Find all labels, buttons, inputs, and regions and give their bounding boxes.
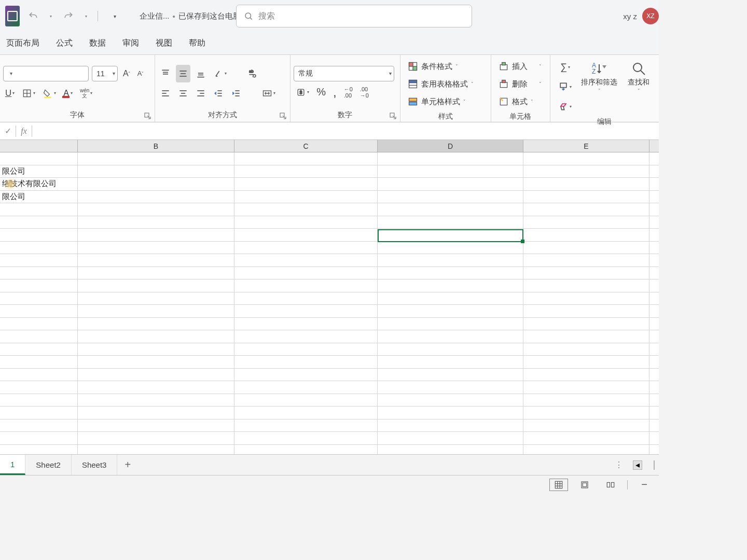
cell[interactable] xyxy=(78,445,234,455)
cell[interactable] xyxy=(0,330,78,343)
cell[interactable] xyxy=(378,394,523,407)
cell[interactable] xyxy=(78,318,234,330)
col-header-C[interactable]: C xyxy=(234,140,378,152)
find-select-button[interactable]: 查找和 ˅ xyxy=(625,58,653,95)
search-box[interactable]: 搜索 xyxy=(236,5,472,27)
tab-page-layout[interactable]: 页面布局 xyxy=(4,34,42,53)
add-sheet-button[interactable]: + xyxy=(117,455,138,475)
cell[interactable] xyxy=(523,178,649,190)
formula-confirm-button[interactable]: ✓ xyxy=(1,124,15,138)
cell[interactable] xyxy=(378,305,523,317)
underline-button[interactable]: U xyxy=(3,85,17,102)
tab-view[interactable]: 视图 xyxy=(154,34,174,53)
number-dialog-launcher[interactable] xyxy=(390,113,397,120)
cell[interactable] xyxy=(523,407,649,419)
cell[interactable] xyxy=(0,369,78,381)
cell[interactable] xyxy=(378,242,523,254)
cell[interactable] xyxy=(0,343,78,356)
cell[interactable] xyxy=(78,343,234,356)
wrap-text-button[interactable]: ab xyxy=(245,65,260,82)
cell[interactable] xyxy=(78,432,234,444)
cell[interactable] xyxy=(234,216,378,229)
cell[interactable] xyxy=(234,407,378,419)
cell[interactable] xyxy=(378,318,523,330)
redo-dropdown[interactable]: ▾ xyxy=(82,7,90,25)
cell[interactable] xyxy=(523,445,649,455)
sheet-tab-2[interactable]: Sheet2 xyxy=(25,455,72,475)
page-layout-view-button[interactable] xyxy=(575,479,594,491)
format-as-table-button[interactable]: 套用表格格式˅ xyxy=(404,76,488,92)
cell[interactable] xyxy=(78,279,234,292)
cell[interactable] xyxy=(523,203,649,216)
cell[interactable] xyxy=(234,305,378,317)
cell[interactable] xyxy=(78,369,234,381)
align-bottom-button[interactable] xyxy=(193,65,208,82)
cell[interactable] xyxy=(378,279,523,292)
redo-button[interactable] xyxy=(59,7,78,25)
cell[interactable] xyxy=(378,254,523,267)
cell[interactable] xyxy=(78,178,234,190)
cell[interactable] xyxy=(523,343,649,356)
cell[interactable] xyxy=(0,267,78,279)
merge-center-button[interactable] xyxy=(260,85,278,102)
decrease-indent-button[interactable] xyxy=(211,85,226,102)
cell[interactable] xyxy=(523,330,649,343)
cell[interactable] xyxy=(78,292,234,305)
increase-font-button[interactable]: Aˆ xyxy=(121,65,132,82)
percent-style-button[interactable]: % xyxy=(314,83,328,101)
cell[interactable] xyxy=(234,242,378,254)
cell[interactable] xyxy=(234,369,378,381)
cell[interactable] xyxy=(0,229,78,241)
cell[interactable] xyxy=(378,445,523,455)
cell[interactable] xyxy=(523,419,649,432)
cell[interactable] xyxy=(78,216,234,229)
cell[interactable] xyxy=(0,432,78,444)
phonetic-guide-button[interactable]: wén文 xyxy=(78,85,94,102)
normal-view-button[interactable] xyxy=(549,479,568,491)
cell[interactable] xyxy=(78,394,234,407)
tab-data[interactable]: 数据 xyxy=(87,34,108,53)
cell[interactable] xyxy=(0,152,78,165)
cell[interactable] xyxy=(523,165,649,178)
cell[interactable] xyxy=(234,356,378,368)
cell[interactable] xyxy=(523,191,649,203)
cell[interactable] xyxy=(78,203,234,216)
cell[interactable] xyxy=(234,267,378,279)
cell[interactable] xyxy=(78,330,234,343)
cell[interactable] xyxy=(523,254,649,267)
cell[interactable] xyxy=(523,242,649,254)
font-color-button[interactable]: A xyxy=(61,85,75,102)
cell[interactable] xyxy=(234,165,378,178)
sheet-tab-1[interactable]: 1 xyxy=(0,455,25,475)
cell[interactable] xyxy=(378,419,523,432)
cell-styles-button[interactable]: 单元格样式˅ xyxy=(404,93,488,110)
cell[interactable] xyxy=(234,203,378,216)
cell[interactable] xyxy=(523,318,649,330)
cell[interactable] xyxy=(234,343,378,356)
sheet-tab-3[interactable]: Sheet3 xyxy=(72,455,118,475)
cell[interactable] xyxy=(378,152,523,165)
cell[interactable] xyxy=(234,445,378,455)
cell[interactable] xyxy=(523,229,649,241)
cell[interactable] xyxy=(234,432,378,444)
fill-button[interactable] xyxy=(556,78,574,95)
cell[interactable] xyxy=(378,216,523,229)
user-area[interactable]: xy z XZ xyxy=(623,8,659,24)
save-status-label[interactable]: 已保存到这台电脑 xyxy=(178,11,241,21)
customize-qat-button[interactable]: ▾ xyxy=(105,7,124,25)
cell[interactable] xyxy=(234,152,378,165)
zoom-out-button[interactable]: − xyxy=(635,479,654,491)
horizontal-scrollbar[interactable] xyxy=(654,460,655,470)
cell[interactable] xyxy=(378,356,523,368)
sheet-options-button[interactable]: ⋮ xyxy=(612,458,626,472)
cell[interactable] xyxy=(523,394,649,407)
number-format-combo[interactable]: 常规 xyxy=(294,66,394,81)
cell[interactable] xyxy=(234,419,378,432)
fill-color-button[interactable] xyxy=(40,85,58,102)
cell[interactable] xyxy=(0,242,78,254)
tab-review[interactable]: 审阅 xyxy=(120,34,141,53)
cell[interactable] xyxy=(378,267,523,279)
align-left-button[interactable] xyxy=(158,85,173,102)
cell[interactable] xyxy=(78,165,234,178)
cell[interactable] xyxy=(378,178,523,190)
